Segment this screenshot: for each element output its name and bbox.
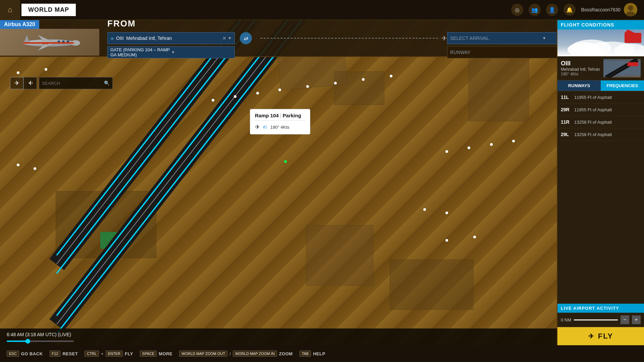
dropdown-icon[interactable]: ▼ xyxy=(228,36,232,41)
taxiway-dot xyxy=(306,85,309,88)
shortcut-bar: ESC GO BACK F12 RESET CTRL + ENTER FLY S… xyxy=(0,345,644,362)
map-search-bar[interactable]: 🔍 xyxy=(39,77,113,89)
frequencies-tab[interactable]: FREQUENCIES xyxy=(601,80,644,91)
svg-point-1 xyxy=(628,5,633,11)
ramp-popup-info: ✈ 💨 190° 4Kts xyxy=(255,123,305,131)
fly-icon: ✈ xyxy=(588,332,595,340)
runways-tab[interactable]: RUNWAYS xyxy=(557,80,601,91)
flight-conditions-header: FLIGHT CONDITIONS xyxy=(557,20,644,29)
runway-id: 29R xyxy=(561,107,574,112)
fly-shortcut-label: FLY xyxy=(125,351,133,356)
top-icons: ◎ 👥 👤 🔔 BossRaccoon7630 xyxy=(511,3,637,16)
taxiway-dot xyxy=(334,82,337,84)
time-display: 6:48 AM (3:18 AM UTC) (LIVE) xyxy=(7,332,74,337)
ramp-type: Parking xyxy=(283,113,301,118)
runway-description: 11955 Ft of Asphalt xyxy=(574,95,641,100)
svg-point-12 xyxy=(67,41,69,42)
location-icon: ◈ xyxy=(110,36,114,41)
top-bar: ⌂ WORLD MAP ◎ 👥 👤 🔔 BossRaccoon7630 xyxy=(0,0,644,20)
taxiway-dot xyxy=(490,143,493,146)
selected-dot xyxy=(284,160,287,163)
reset-label: RESET xyxy=(62,351,78,356)
ramp-name: Ramp 104 xyxy=(255,113,279,118)
shortcut-zoom: WORLD MAP ZOOM OUT / WORLD MAP ZOOM IN Z… xyxy=(179,351,292,357)
route-line: ✈ xyxy=(257,28,447,48)
nm-bar xyxy=(574,319,618,320)
aircraft-label: Airbus A320 xyxy=(0,20,39,29)
runway-row[interactable]: 11R 13258 Ft of Asphalt xyxy=(557,116,644,128)
departure-input[interactable] xyxy=(116,36,222,41)
f12-key: F12 xyxy=(50,351,61,357)
achievements-icon[interactable]: ◎ xyxy=(511,4,523,16)
weather-preview xyxy=(557,29,644,56)
airport-wind: 190° 4Kts xyxy=(561,72,600,76)
wind-icon: 💨 xyxy=(263,125,268,129)
shortcut-go-back: ESC GO BACK xyxy=(7,351,43,357)
taxiway-dot xyxy=(17,71,19,74)
slider-track xyxy=(7,341,74,342)
nm-minus-button[interactable]: − xyxy=(621,315,629,324)
swap-button[interactable]: ⇄ xyxy=(240,32,252,44)
popup-separator: | xyxy=(280,113,281,118)
runway-row[interactable]: 29L 13258 Ft of Asphalt xyxy=(557,128,644,141)
taxiway-dot xyxy=(256,92,259,95)
slash-sep: / xyxy=(229,351,231,356)
nm-display: 0 NM − + xyxy=(557,313,644,327)
search-input[interactable] xyxy=(42,81,104,86)
departure-field[interactable]: ◈ ✕ ▼ xyxy=(107,32,235,44)
notification-icon[interactable]: 🔔 xyxy=(564,4,576,16)
airport-info-box: OIII Mehrabad Intl, Tehran 190° 4Kts xyxy=(557,56,644,80)
gate-field[interactable]: GATE (PARKING 104 – RAMP GA MEDIUM) ▼ xyxy=(107,46,235,58)
runway-id: 29L xyxy=(561,132,574,137)
profile-icon[interactable]: 👤 xyxy=(546,4,558,16)
airport-thumbnail xyxy=(603,59,641,77)
map-area[interactable]: Ramp 104 | Parking ✈ 💨 190° 4Kts ✈ ✈ 🔍 6… xyxy=(0,20,557,362)
airport-mini-svg xyxy=(603,59,641,77)
arrival-tab[interactable]: ✈ xyxy=(23,77,37,89)
runway-row[interactable]: 29R 11955 Ft of Asphalt xyxy=(557,104,644,116)
ramp-popup: Ramp 104 | Parking ✈ 💨 190° 4Kts xyxy=(250,109,310,134)
gate-dropdown-icon[interactable]: ▼ xyxy=(171,50,232,55)
username: BossRaccoon7630 xyxy=(581,7,621,12)
clear-button[interactable]: ✕ xyxy=(222,36,226,41)
esc-key: ESC xyxy=(7,351,19,357)
home-button[interactable]: ⌂ xyxy=(0,0,20,20)
wind-value: 190° 4Kts xyxy=(270,125,289,130)
taxiway-dot xyxy=(212,99,214,102)
time-slider[interactable] xyxy=(7,341,74,342)
user-info: BossRaccoon7630 xyxy=(581,3,637,16)
time-display-container: 6:48 AM (3:18 AM UTC) (LIVE) xyxy=(7,332,74,342)
taxiway-dot xyxy=(34,167,36,170)
svg-rect-24 xyxy=(627,62,638,66)
live-activity-header: LIVE AIRPORT ACTIVITY xyxy=(557,304,644,313)
shortcut-fly: CTRL + ENTER FLY xyxy=(85,351,133,357)
nm-label: 0 NM xyxy=(561,317,571,322)
weather-svg xyxy=(557,29,644,56)
zoom-out-key: WORLD MAP ZOOM OUT xyxy=(179,351,227,357)
airport-code: OIII xyxy=(561,60,600,67)
aircraft-svg: IranAir xyxy=(16,30,83,55)
arrival-placeholder: SELECT ARRIVAL xyxy=(450,36,542,41)
right-panel: FLIGHT CONDITIONS OIII xyxy=(557,20,644,345)
slider-thumb[interactable] xyxy=(25,339,30,344)
search-icon[interactable]: 🔍 xyxy=(104,80,110,86)
airport-name: Mehrabad Intl, Tehran xyxy=(561,67,600,72)
help-label: HELP xyxy=(313,351,325,356)
svg-rect-19 xyxy=(625,33,641,43)
taxiway-dot xyxy=(445,150,448,153)
departure-tab[interactable]: ✈ xyxy=(10,77,23,89)
time-bar: 6:48 AM (3:18 AM UTC) (LIVE) xyxy=(0,328,557,345)
nm-plus-button[interactable]: + xyxy=(632,315,641,324)
runway-row[interactable]: 11L 11955 Ft of Asphalt xyxy=(557,91,644,104)
runway-id: 11R xyxy=(561,119,574,125)
zoom-label: ZOOM xyxy=(279,351,293,356)
shortcut-more: SPACE MORE xyxy=(140,351,172,357)
shortcut-reset: F12 RESET xyxy=(50,351,78,357)
fly-button[interactable]: ✈ FLY xyxy=(557,327,644,345)
svg-marker-8 xyxy=(24,35,30,43)
map-tab-row: ✈ ✈ xyxy=(10,77,37,89)
svg-point-11 xyxy=(62,41,64,42)
avatar[interactable] xyxy=(624,3,637,16)
enter-key: ENTER xyxy=(106,351,123,357)
group-icon[interactable]: 👥 xyxy=(529,4,541,16)
